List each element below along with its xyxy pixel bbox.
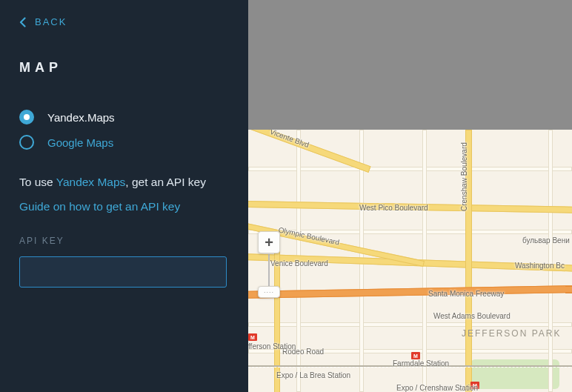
map-label: West Adams Boulevard [433,312,511,320]
station-label: Farmdale Station [393,359,449,368]
park-area [470,359,559,389]
station-label: fferson Station [248,342,296,351]
settings-sidebar: BACK MAP Yandex.Maps Google Maps To use … [0,0,248,392]
map-label: Washington Bc [515,262,565,270]
provider-option-google[interactable]: Google Maps [19,135,229,150]
api-key-label: API KEY [19,236,229,246]
metro-marker-icon: M [411,352,420,359]
map-controls: + ···· [258,231,280,298]
ruler-button[interactable]: ···· [258,286,280,298]
district-label: JEFFERSON PARK [462,328,561,339]
preview-placeholder [248,0,572,130]
back-button[interactable]: BACK [19,16,229,27]
station-label: Expo / Crenshaw Station [396,384,478,392]
map-label: Vicente Blvd [269,130,310,149]
map-canvas[interactable]: M M M Vicente Blvd West Pico Boulevard V… [248,130,572,392]
api-guide-link[interactable]: Guide on how to get an API key [19,200,229,213]
map-label: Santa Monica Freeway [428,290,504,298]
api-key-input[interactable] [19,256,227,288]
map-label: бульвар Вени [522,236,570,245]
map-label: Crenshaw Boulevard [460,142,468,211]
provider-label: Yandex.Maps [47,111,115,124]
provider-label: Google Maps [47,136,113,149]
back-label: BACK [35,16,67,27]
help-text: To use Yandex Maps, get an API key [19,173,229,191]
radio-unselected-icon [19,135,34,150]
main-area: M M M Vicente Blvd West Pico Boulevard V… [248,0,572,392]
provider-radio-group: Yandex.Maps Google Maps [19,110,229,150]
metro-marker-icon: M [248,333,257,341]
station-label: Expo / La Brea Station [276,371,350,379]
yandex-maps-link[interactable]: Yandex Maps [56,176,126,188]
zoom-in-button[interactable]: + [258,231,280,253]
provider-option-yandex[interactable]: Yandex.Maps [19,110,229,124]
chevron-left-icon [19,17,26,27]
page-title: MAP [19,60,229,76]
map-label: West Pico Boulevard [359,204,428,212]
radio-selected-icon [19,110,34,124]
